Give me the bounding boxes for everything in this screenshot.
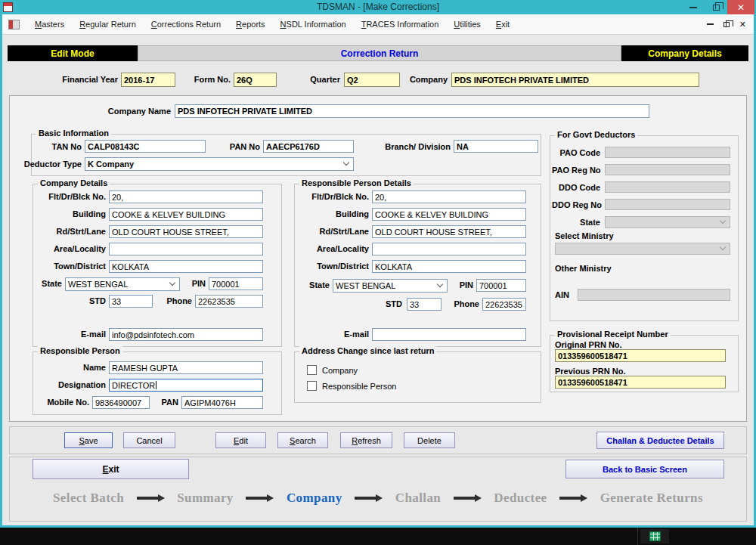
ddo-code-input (605, 181, 730, 193)
rp-state-select[interactable]: WEST BENGAL (333, 279, 448, 293)
company-details-group: Company Details Flt/Dr/Blck No. 20, Buil… (33, 184, 282, 347)
pao-reg-input (605, 164, 730, 175)
quarter-label: Quarter (301, 75, 340, 84)
company-name-label: Company Name (95, 107, 171, 116)
mobile-input[interactable]: 9836490007 (92, 396, 150, 409)
rp-flat-input[interactable]: 20, (372, 190, 526, 203)
building-input[interactable]: COOKE & KELVEY BUILDING (109, 208, 263, 221)
responsible-address-change-checkbox[interactable] (307, 381, 317, 391)
company-input[interactable]: PDS INFOTECH PRIVATE LIMITED (451, 73, 699, 87)
rp-town-input[interactable]: KOLKATA (372, 260, 526, 273)
email-input[interactable]: info@pdsinfotech.com (109, 328, 263, 341)
road-input[interactable]: OLD COURT HOUSE STREET, (109, 225, 263, 238)
mobile-label: Mobile No. (35, 398, 89, 407)
pin-input[interactable]: 700001 (209, 277, 263, 290)
road-label: Rd/Strt/Lane (35, 227, 106, 236)
town-label: Town/District (35, 262, 106, 271)
restore-button[interactable] (705, 0, 727, 14)
menu-traces-information[interactable]: TRACES Information (361, 20, 439, 29)
back-to-basic-button[interactable]: Back to Basic Screen (565, 460, 724, 478)
designation-label: Designation (35, 380, 106, 389)
exit-button[interactable]: Exit (33, 459, 189, 479)
previous-prn-input[interactable]: 013359600518471 (555, 376, 726, 389)
financial-year-input[interactable]: 2016-17 (121, 73, 175, 87)
deductor-type-select[interactable]: K Company (85, 157, 354, 171)
rp-building-input[interactable]: COOKE & KELVEY BUILDING (372, 208, 526, 221)
chevron-down-icon (720, 218, 726, 224)
menu-reports[interactable]: Reports (236, 20, 265, 29)
name-input[interactable]: RAMESH GUPTA (109, 361, 263, 374)
basic-information-group: Basic Information TAN No CALP08143C PAN … (31, 134, 541, 176)
pao-code-label: PAO Code (552, 148, 600, 157)
branch-division-input[interactable]: NA (454, 140, 538, 153)
pan-input[interactable]: AAECP6176D (263, 140, 354, 153)
std-input[interactable]: 33 (109, 295, 153, 308)
original-prn-input[interactable]: 013359600518471 (555, 349, 726, 362)
ddo-reg-label: DDO Reg No (552, 200, 600, 209)
rp-pin-input[interactable]: 700001 (476, 279, 526, 292)
wizard-step-summary: Summary (177, 491, 234, 506)
rp-phone-label: Phone (448, 299, 479, 308)
phone-input[interactable]: 22623535 (195, 295, 263, 308)
area-input[interactable] (109, 243, 263, 255)
rp-pan-input[interactable]: AGIPM4076H (181, 396, 263, 409)
save-button[interactable]: Save (64, 432, 113, 448)
flat-input[interactable]: 20, (109, 190, 263, 203)
rp-town-label: Town/District (296, 262, 369, 271)
arrow-right-icon (559, 494, 587, 502)
menu-regular-return[interactable]: Regular Return (79, 20, 136, 29)
delete-button[interactable]: Delete (404, 432, 455, 448)
spreadsheet-app-icon (649, 531, 661, 541)
quarter-input[interactable]: Q2 (344, 73, 400, 87)
rp-area-input[interactable] (372, 243, 526, 255)
edit-button[interactable]: Edit (215, 432, 266, 448)
company-details-banner: Company Details (621, 45, 748, 61)
address-change-title: Address Change since last return (299, 346, 436, 355)
rp-area-label: Area/Locality (296, 244, 369, 253)
search-button[interactable]: Search (277, 432, 328, 448)
child-minimize-icon[interactable] (707, 23, 714, 25)
chevron-down-icon (720, 244, 726, 250)
minimize-button[interactable] (682, 0, 705, 14)
menu-utilities[interactable]: Utilities (454, 20, 480, 29)
town-input[interactable]: KOLKATA (109, 260, 263, 273)
rp-std-input[interactable]: 33 (407, 298, 442, 311)
menu-corrections-return[interactable]: Corrections Return (151, 20, 221, 29)
taskbar (0, 528, 756, 545)
tan-input[interactable]: CALP08143C (85, 140, 206, 153)
wizard-step-challan: Challan (395, 491, 441, 506)
prn-title: Provisional Receipt Number (555, 330, 671, 339)
pao-code-input (605, 147, 730, 158)
rp-email-label: E-mail (296, 330, 369, 339)
menu-exit[interactable]: Exit (496, 20, 510, 29)
form-no-input[interactable]: 26Q (234, 73, 277, 87)
state-select[interactable]: WEST BENGAL (65, 277, 180, 291)
rp-road-input[interactable]: OLD COURT HOUSE STREET, (372, 225, 526, 238)
original-prn-label: Original PRN No. (555, 340, 646, 349)
rp-email-input[interactable] (372, 328, 526, 341)
previous-prn-label: Previous PRN No. (555, 367, 646, 376)
close-button[interactable]: ✕ (727, 0, 754, 14)
child-close-icon[interactable]: ✕ (739, 20, 746, 29)
challan-deductee-button[interactable]: Challan & Deductee Details (596, 432, 724, 449)
select-ministry-select (555, 243, 730, 255)
designation-input[interactable]: DIRECTOR (109, 379, 263, 392)
child-restore-icon[interactable] (723, 22, 730, 27)
menu-nsdl-information[interactable]: NSDL Information (280, 20, 346, 29)
company-address-change-checkbox[interactable] (307, 365, 317, 375)
company-name-input[interactable]: PDS INFOTECH PRIVATE LIMITED (175, 104, 649, 118)
govt-deductors-title: For Govt Deductors (555, 130, 637, 139)
arrow-right-icon (355, 494, 383, 502)
pin-label: PIN (184, 279, 206, 288)
rp-pin-label: PIN (452, 280, 473, 290)
menu-masters[interactable]: Masters (35, 20, 64, 29)
flat-label: Flt/Dr/Blck No. (35, 192, 106, 201)
taskbar-app-button[interactable] (640, 529, 669, 543)
edit-mode-label: Edit Mode (51, 48, 94, 59)
cancel-button[interactable]: Cancel (123, 432, 175, 448)
rp-phone-input[interactable]: 22623535 (482, 298, 526, 311)
financial-year-label: Financial Year (44, 75, 118, 84)
correction-return-label: Correction Return (341, 48, 419, 59)
refresh-button[interactable]: Refresh (340, 432, 392, 448)
company-form-panel: Company Name PDS INFOTECH PRIVATE LIMITE… (9, 95, 747, 422)
